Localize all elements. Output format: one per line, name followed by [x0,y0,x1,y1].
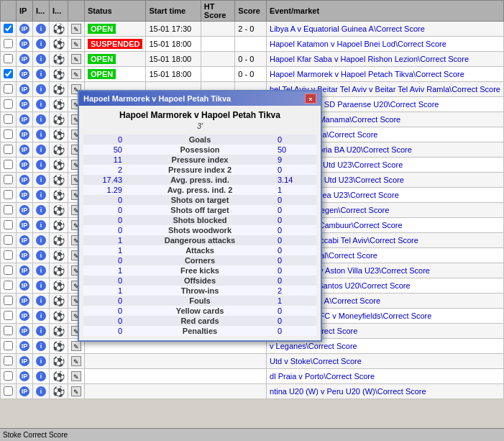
ip-icon[interactable]: IP [19,160,29,170]
row-checkbox[interactable] [1,127,17,142]
row-edit[interactable]: ✎ [68,369,85,384]
info-circle-icon[interactable]: i [36,129,46,140]
row-edit[interactable]: ✎ [68,37,85,52]
row-checkbox[interactable] [1,142,17,158]
event-link[interactable]: Libya A v Equatorial Guinea A\Correct Sc… [270,24,425,33]
ip-icon[interactable]: IP [19,250,29,260]
event-link[interactable]: Utd v Stoke\Correct Score [270,357,362,365]
row-checkbox[interactable] [1,384,17,399]
ip-icon[interactable]: IP [19,356,29,366]
info-circle-icon[interactable]: i [36,24,46,34]
info-circle-icon[interactable]: i [36,54,46,64]
row-edit[interactable]: ✎ [68,354,85,369]
row-event[interactable]: dl Praia v Porto\Correct Score [267,369,504,384]
row-checkbox[interactable] [1,67,17,82]
row-checkbox[interactable] [1,369,17,384]
info-circle-icon[interactable]: i [36,39,46,49]
event-link[interactable]: Hapoel Marmorek v Hapoel Petach Tikva\Co… [270,70,464,78]
edit-icon[interactable]: ✎ [71,54,81,64]
row-checkbox[interactable] [1,112,17,127]
info-circle-icon[interactable]: i [36,265,46,276]
ip-icon[interactable]: IP [19,99,29,109]
info-circle-icon[interactable]: i [36,281,46,291]
row-event[interactable]: Libya A v Equatorial Guinea A\Correct Sc… [267,22,504,37]
ip-icon[interactable]: IP [19,129,29,140]
info-circle-icon[interactable]: i [36,175,46,185]
row-event[interactable]: Hapoel Kfar Saba v Hapoel Rishon Lezion\… [267,52,504,67]
row-checkbox[interactable] [1,82,17,97]
edit-icon[interactable]: ✎ [71,24,81,34]
ip-icon[interactable]: IP [19,220,29,230]
ip-icon[interactable]: IP [19,54,29,64]
row-checkbox[interactable] [1,278,17,294]
event-link[interactable]: Hapoel Kfar Saba v Hapoel Rishon Lezion\… [270,55,469,63]
info-circle-icon[interactable]: i [36,250,46,260]
row-checkbox[interactable] [1,324,17,339]
ip-icon[interactable]: IP [19,341,29,351]
row-checkbox[interactable] [1,203,17,218]
row-checkbox[interactable] [1,309,17,324]
row-checkbox[interactable] [1,248,17,263]
event-link[interactable]: v Leganes\Correct Score [270,342,357,350]
info-circle-icon[interactable]: i [36,326,46,336]
ip-icon[interactable]: IP [19,39,29,49]
row-checkbox[interactable] [1,339,17,354]
row-edit[interactable]: ✎ [68,67,85,82]
info-circle-icon[interactable]: i [36,190,46,200]
info-circle-icon[interactable]: i [36,386,46,396]
info-circle-icon[interactable]: i [36,341,46,351]
row-checkbox[interactable] [1,263,17,278]
ip-icon[interactable]: IP [19,311,29,321]
row-event[interactable]: Hapoel Marmorek v Hapoel Petach Tikva\Co… [267,67,504,82]
ip-icon[interactable]: IP [19,205,29,215]
row-checkbox[interactable] [1,354,17,369]
popup-close-button[interactable]: × [305,94,316,104]
info-circle-icon[interactable]: i [36,205,46,215]
info-circle-icon[interactable]: i [36,371,46,381]
row-checkbox[interactable] [1,233,17,248]
ip-icon[interactable]: IP [19,145,29,155]
info-circle-icon[interactable]: i [36,69,46,79]
edit-icon[interactable]: ✎ [71,341,81,351]
row-checkbox[interactable] [1,158,17,173]
ip-icon[interactable]: IP [19,265,29,276]
ip-icon[interactable]: IP [19,190,29,200]
ip-icon[interactable]: IP [19,114,29,124]
row-checkbox[interactable] [1,52,17,67]
row-edit[interactable]: ✎ [68,52,85,67]
row-checkbox[interactable] [1,97,17,112]
row-edit[interactable]: ✎ [68,384,85,399]
row-event[interactable]: ntina U20 (W) v Peru U20 (W)\Correct Sco… [267,384,504,399]
info-circle-icon[interactable]: i [36,311,46,321]
info-circle-icon[interactable]: i [36,220,46,230]
info-circle-icon[interactable]: i [36,145,46,155]
row-edit[interactable]: ✎ [68,22,85,37]
info-circle-icon[interactable]: i [36,235,46,245]
info-circle-icon[interactable]: i [36,84,46,94]
ip-icon[interactable]: IP [19,24,29,34]
ip-icon[interactable]: IP [19,235,29,245]
info-circle-icon[interactable]: i [36,356,46,366]
edit-icon[interactable]: ✎ [71,356,81,366]
ip-icon[interactable]: IP [19,326,29,336]
ip-icon[interactable]: IP [19,69,29,79]
row-checkbox[interactable] [1,22,17,37]
edit-icon[interactable]: ✎ [71,39,81,49]
ip-icon[interactable]: IP [19,386,29,396]
edit-icon[interactable]: ✎ [71,69,81,79]
ip-icon[interactable]: IP [19,175,29,185]
event-link[interactable]: ntina U20 (W) v Peru U20 (W)\Correct Sco… [270,387,426,396]
info-circle-icon[interactable]: i [36,114,46,124]
event-link[interactable]: Hapoel Katamon v Hapoel Bnei Lod\Correct… [270,40,446,48]
ip-icon[interactable]: IP [19,281,29,291]
edit-icon[interactable]: ✎ [71,386,81,396]
info-circle-icon[interactable]: i [36,296,46,306]
info-circle-icon[interactable]: i [36,99,46,109]
row-event[interactable]: Utd v Stoke\Correct Score [267,354,504,369]
row-checkbox[interactable] [1,173,17,188]
row-checkbox[interactable] [1,218,17,233]
event-link[interactable]: dl Praia v Porto\Correct Score [270,372,375,381]
row-event[interactable]: Hapoel Katamon v Hapoel Bnei Lod\Correct… [267,37,504,52]
edit-icon[interactable]: ✎ [71,371,81,381]
ip-icon[interactable]: IP [19,84,29,94]
